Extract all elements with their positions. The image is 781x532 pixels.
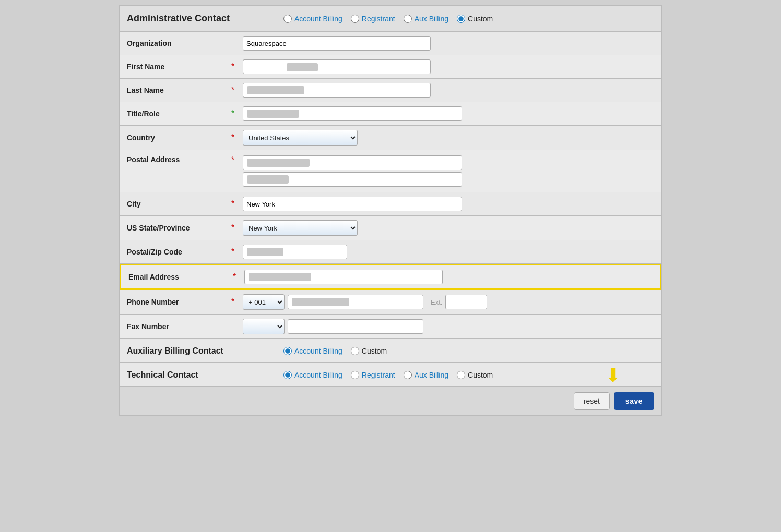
tc-radio-registrant[interactable]: Registrant [351,371,395,379]
aux-radio-account-billing-label[interactable]: Account Billing [294,347,342,355]
tc-radio-account-billing-input[interactable] [283,371,292,379]
city-input[interactable] [243,197,462,211]
reset-button[interactable]: reset [574,392,610,410]
tc-radio-aux-billing[interactable]: Aux Billing [404,371,448,379]
state-field: New York California Texas Florida [243,220,654,236]
organization-label: Organization [127,39,231,47]
technical-contact-row: Technical Contact Account Billing Regist… [120,363,661,387]
fax-number-row: Fax Number + 001 [120,315,661,339]
organization-field [243,36,654,51]
tc-radio-registrant-label[interactable]: Registrant [362,371,395,379]
tc-radio-account-billing-label[interactable]: Account Billing [294,371,342,379]
title-role-row: Title/Role * [120,102,661,126]
postal-address-field [243,155,654,187]
title-role-field [243,106,654,121]
admin-contact-header: Administrative Contact Account Billing R… [120,6,661,32]
aux-radio-custom[interactable]: Custom [351,347,387,355]
tc-radio-account-billing[interactable]: Account Billing [283,371,342,379]
radio-registrant-label[interactable]: Registrant [362,15,395,23]
postal-zip-blurred [247,248,283,256]
ext-input[interactable] [445,295,487,309]
radio-option-account-billing[interactable]: Account Billing [283,15,342,23]
email-address-label: Email Address [128,273,233,281]
fax-row-content: + 001 [243,319,654,334]
phone-number-label: Phone Number [127,298,231,306]
country-select[interactable]: United States Canada United Kingdom [243,130,358,146]
phone-code-select[interactable]: + 001 + 044 + 049 [243,294,285,310]
first-name-blurred [287,63,318,71]
radio-registrant[interactable] [351,15,359,23]
state-select[interactable]: New York California Texas Florida [243,220,358,236]
radio-custom-label[interactable]: Custom [468,15,493,23]
fax-code-select[interactable]: + 001 [243,319,285,334]
first-name-row: First Name * [120,55,661,79]
radio-option-custom[interactable]: Custom [457,15,493,23]
technical-contact-radio-group: Account Billing Registrant Aux Billing C… [283,371,493,379]
state-star: * [231,223,239,233]
aux-radio-custom-input[interactable] [351,347,359,355]
first-name-star: * [231,62,239,71]
radio-account-billing-label[interactable]: Account Billing [294,15,342,23]
email-star: * [233,272,240,282]
postal-address-row: Postal Address * [120,150,661,192]
postal-address-label: Postal Address [127,155,231,164]
country-label: Country [127,134,231,142]
tc-radio-custom-label[interactable]: Custom [468,371,493,379]
tc-radio-custom[interactable]: Custom [457,371,493,379]
form-container: Administrative Contact Account Billing R… [119,5,662,416]
postal-zip-label: Postal/Zip Code [127,248,231,256]
last-name-row: Last Name * [120,79,661,102]
fax-number-label: Fax Number [127,322,231,331]
radio-aux-billing[interactable] [404,15,412,23]
phone-field: + 001 + 044 + 049 Ext. [243,294,654,310]
fax-number-input[interactable] [288,319,423,334]
radio-option-registrant[interactable]: Registrant [351,15,395,23]
technical-contact-title: Technical Contact [127,370,283,380]
title-role-star: * [231,109,239,118]
organization-input[interactable] [243,36,431,51]
radio-option-aux-billing[interactable]: Aux Billing [404,15,448,23]
postal-zip-row: Postal/Zip Code * [120,240,661,264]
country-field: United States Canada United Kingdom [243,130,654,146]
organization-row: Organization [120,32,661,55]
phone-row-content: + 001 + 044 + 049 Ext. [243,294,654,310]
aux-radio-custom-label[interactable]: Custom [362,347,387,355]
fax-field: + 001 [243,319,654,334]
arrow-indicator: ⬇ [605,366,621,385]
tc-radio-registrant-input[interactable] [351,371,359,379]
radio-aux-billing-label[interactable]: Aux Billing [415,15,448,23]
state-row: US State/Province * New York California … [120,216,661,240]
tc-radio-aux-billing-input[interactable] [404,371,412,379]
postal-zip-star: * [231,247,239,257]
city-field [243,197,654,211]
first-name-field [243,59,654,74]
city-label: City [127,200,231,208]
last-name-field [243,83,654,98]
phone-number-blurred [292,298,349,306]
state-label: US State/Province [127,224,231,232]
aux-radio-account-billing-input[interactable] [283,347,292,355]
aux-radio-account-billing[interactable]: Account Billing [283,347,342,355]
email-blurred [249,273,311,281]
country-row: Country * United States Canada United Ki… [120,126,661,150]
city-row: City * [120,192,661,216]
aux-billing-title: Auxiliary Billing Contact [127,346,283,356]
first-name-label: First Name [127,63,231,71]
footer-row: ⬇ reset save [120,387,661,415]
first-name-input[interactable] [243,59,431,74]
tc-radio-custom-input[interactable] [457,371,465,379]
last-name-label: Last Name [127,86,231,94]
tc-radio-aux-billing-label[interactable]: Aux Billing [415,371,448,379]
aux-billing-row: Auxiliary Billing Contact Account Billin… [120,339,661,363]
fax-star [231,322,239,331]
title-role-blurred [247,110,299,118]
postal-address-line1-blurred [247,159,310,167]
radio-custom[interactable] [457,15,465,23]
postal-address-star: * [231,155,239,165]
save-button[interactable]: save [614,392,654,410]
ext-label: Ext. [431,298,442,306]
email-address-row: Email Address * [120,264,661,290]
radio-account-billing[interactable] [283,15,292,23]
admin-contact-radio-group: Account Billing Registrant Aux Billing C… [283,15,493,23]
email-field [244,270,653,284]
